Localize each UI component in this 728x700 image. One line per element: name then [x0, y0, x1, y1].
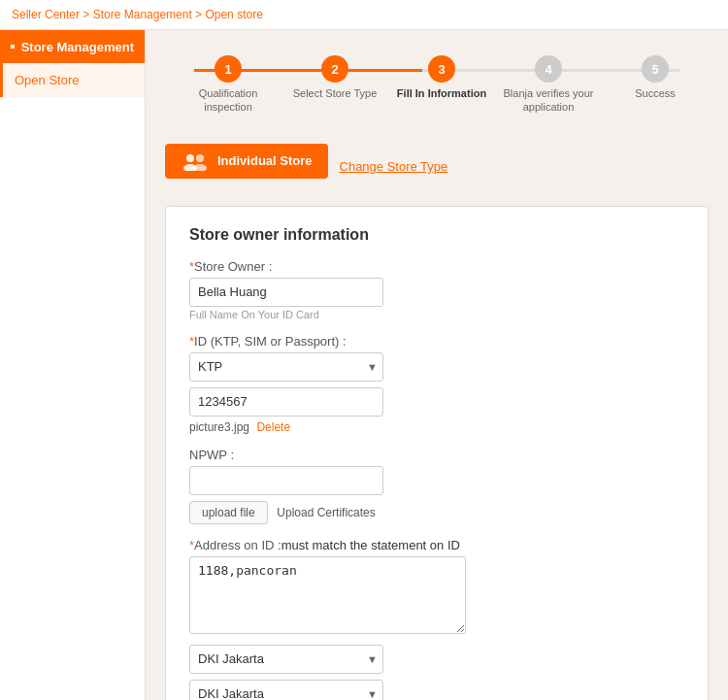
change-store-type-link[interactable]: Change Store Type: [340, 159, 448, 174]
step-5-circle: 5: [642, 55, 669, 83]
step-2-label: Select Store Type: [293, 86, 378, 100]
id-filename: picture3.jpg: [189, 420, 249, 434]
address-group: *Address on ID :must match the statement…: [189, 538, 684, 700]
breadcrumb: Seller Center > Store Management > Open …: [0, 0, 728, 30]
npwp-upload-row: upload file Upload Certificates: [189, 501, 684, 524]
form-card: Store owner information *Store Owner : F…: [165, 206, 709, 700]
store-type-bar: Individual Store: [165, 144, 328, 179]
upload-cert-button[interactable]: Upload Certificates: [277, 506, 375, 519]
id-type-label: *ID (KTP, SIM or Passport) :: [189, 334, 684, 349]
store-type-row: Individual Store Change Store Type: [165, 144, 709, 190]
upload-file-button[interactable]: upload file: [189, 501, 268, 524]
id-number-input[interactable]: [189, 387, 383, 417]
sidebar-header-label: Store Management: [21, 40, 134, 54]
sidebar-item-open-store[interactable]: Open Store: [0, 63, 145, 97]
id-file-delete-link[interactable]: Delete: [256, 420, 290, 434]
step-4: 4 Blanja verifies your application: [495, 55, 602, 115]
province-select[interactable]: DKI Jakarta West Java East Java: [189, 645, 383, 674]
step-3: 3 Fill In Information: [388, 55, 495, 115]
svg-point-0: [186, 154, 194, 162]
address-textarea[interactable]: 1188,pancoran: [189, 556, 466, 634]
step-3-label: Fill In Information: [397, 86, 486, 100]
sidebar-header: Store Management: [0, 30, 145, 63]
npwp-group: NPWP : upload file Upload Certificates: [189, 448, 684, 524]
city-select-wrap: DKI Jakarta Bogor Bekasi ▼: [189, 680, 383, 700]
main-content: 1 Qualification inspection 2 Select Stor…: [146, 30, 728, 700]
individual-store-icon: [181, 151, 210, 171]
step-3-circle: 3: [428, 55, 455, 83]
step-5-label: Success: [635, 86, 676, 100]
store-type-label: Individual Store: [217, 153, 313, 168]
stepper-steps: 1 Qualification inspection 2 Select Stor…: [175, 55, 709, 115]
id-type-select-wrap: KTP SIM Passport ▼: [189, 352, 383, 382]
step-4-circle: 4: [535, 55, 562, 83]
svg-point-3: [193, 164, 207, 171]
breadcrumb-text: Seller Center > Store Management > Open …: [12, 8, 263, 21]
address-label: *Address on ID :must match the statement…: [189, 538, 684, 552]
city-select[interactable]: DKI Jakarta Bogor Bekasi: [189, 680, 383, 700]
step-1-label: Qualification inspection: [175, 86, 281, 115]
step-5: 5 Success: [602, 55, 709, 115]
province-select-wrap: DKI Jakarta West Java East Java ▼: [189, 645, 383, 674]
npwp-input[interactable]: [189, 466, 383, 495]
id-file-info: picture3.jpg Delete: [189, 420, 684, 434]
id-type-select[interactable]: KTP SIM Passport: [189, 352, 383, 382]
store-owner-hint: Full Name On Your ID Card: [189, 309, 684, 320]
sidebar: Store Management Open Store: [0, 30, 146, 700]
stepper: 1 Qualification inspection 2 Select Stor…: [165, 46, 709, 124]
step-4-label: Blanja verifies your application: [495, 86, 602, 115]
store-owner-label: *Store Owner :: [189, 259, 684, 274]
id-type-group: *ID (KTP, SIM or Passport) : KTP SIM Pas…: [189, 334, 684, 434]
store-owner-input[interactable]: [189, 278, 383, 307]
store-owner-group: *Store Owner : Full Name On Your ID Card: [189, 259, 684, 320]
address-selects: DKI Jakarta West Java East Java ▼ DKI Ja…: [189, 645, 684, 700]
form-section-title: Store owner information: [189, 226, 684, 244]
npwp-label: NPWP :: [189, 448, 684, 462]
step-2-circle: 2: [321, 55, 348, 83]
step-2: 2 Select Store Type: [281, 55, 388, 115]
svg-point-1: [196, 154, 204, 162]
step-1-circle: 1: [215, 55, 242, 83]
step-1: 1 Qualification inspection: [175, 55, 281, 115]
